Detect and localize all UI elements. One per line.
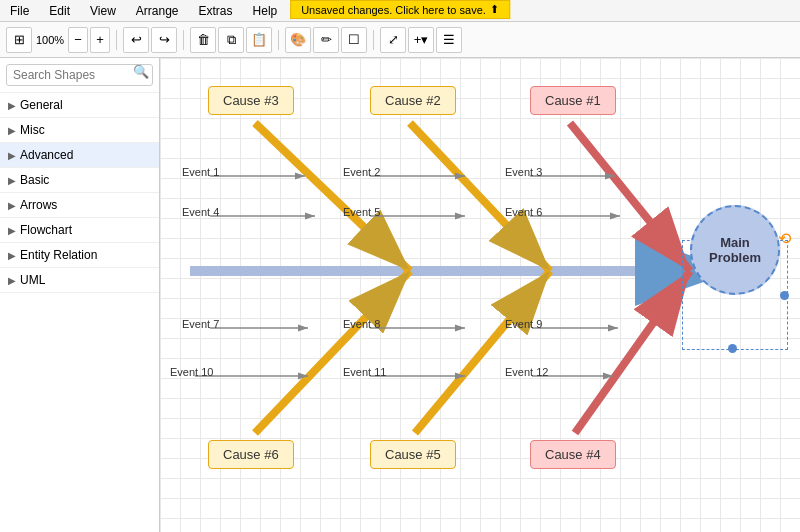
delete-button[interactable]: 🗑	[190, 27, 216, 53]
chevron-right-icon: ▶	[8, 225, 16, 236]
chevron-right-icon: ▶	[8, 125, 16, 136]
zoom-in-button[interactable]: +	[90, 27, 110, 53]
cause-3-label: Cause #3	[223, 93, 279, 108]
shape-list: ▶ General ▶ Misc ▶ Advanced ▶ Basic ▶ Ar…	[0, 93, 159, 532]
table-button[interactable]: ☰	[436, 27, 462, 53]
banner-text: Unsaved changes. Click here to save.	[301, 4, 486, 16]
menu-edit[interactable]: Edit	[45, 4, 74, 18]
toolbar-home-group: ⊞ 100% − +	[6, 27, 110, 53]
menu-extras[interactable]: Extras	[195, 4, 237, 18]
sidebar-item-flowchart-label: Flowchart	[20, 223, 72, 237]
event-label-10: Event 10	[170, 366, 213, 378]
sidebar-item-misc-label: Misc	[20, 123, 45, 137]
event-label-3: Event 3	[505, 166, 542, 178]
svg-line-9	[415, 271, 550, 433]
sidebar-item-entity-relation[interactable]: ▶ Entity Relation	[0, 243, 159, 268]
cause-2-label: Cause #2	[385, 93, 441, 108]
sidebar-item-flowchart[interactable]: ▶ Flowchart	[0, 218, 159, 243]
selection-handle-right	[780, 291, 789, 300]
sidebar-item-general-label: General	[20, 98, 63, 112]
toolbar-history-group: ↩ ↪	[123, 27, 177, 53]
search-box: 🔍	[0, 58, 159, 93]
toolbar-sep-4	[373, 30, 374, 50]
svg-line-6	[410, 123, 550, 271]
zoom-out-button[interactable]: −	[68, 27, 88, 53]
cause-box-1[interactable]: Cause #1	[530, 86, 616, 115]
menu-arrange[interactable]: Arrange	[132, 4, 183, 18]
sidebar-item-uml-label: UML	[20, 273, 45, 287]
paste-button[interactable]: 📋	[246, 27, 272, 53]
shape-button[interactable]: ☐	[341, 27, 367, 53]
sidebar-item-basic-label: Basic	[20, 173, 49, 187]
event-label-4: Event 4	[182, 206, 219, 218]
main-layout: 🔍 ▶ General ▶ Misc ▶ Advanced ▶ Basic ▶ …	[0, 58, 800, 532]
search-icon: 🔍	[133, 64, 149, 79]
selection-handle-bottom	[728, 344, 737, 353]
cause-5-label: Cause #5	[385, 447, 441, 462]
menu-view[interactable]: View	[86, 4, 120, 18]
save-icon: ⬆	[490, 3, 499, 16]
event-label-2: Event 2	[343, 166, 380, 178]
toolbar-sep-1	[116, 30, 117, 50]
cause-box-3[interactable]: Cause #3	[208, 86, 294, 115]
sidebar-item-advanced-label: Advanced	[20, 148, 73, 162]
sidebar-item-arrows-label: Arrows	[20, 198, 57, 212]
main-problem-label: Main Problem	[709, 235, 761, 265]
sidebar-item-uml[interactable]: ▶ UML	[0, 268, 159, 293]
toolbar: ⊞ 100% − + ↩ ↪ 🗑 ⧉ 📋 🎨 ✏ ☐ ⤢ +▾ ☰	[0, 22, 800, 58]
sidebar-item-general[interactable]: ▶ General	[0, 93, 159, 118]
toolbar-sep-2	[183, 30, 184, 50]
event-label-6: Event 6	[505, 206, 542, 218]
main-problem-node[interactable]: Main Problem	[690, 205, 780, 295]
home-button[interactable]: ⊞	[6, 27, 32, 53]
cause-1-label: Cause #1	[545, 93, 601, 108]
event-label-9: Event 9	[505, 318, 542, 330]
undo-button[interactable]: ↩	[123, 27, 149, 53]
cause-6-label: Cause #6	[223, 447, 279, 462]
toolbar-insert-group: ⤢ +▾ ☰	[380, 27, 462, 53]
toolbar-format-group: 🎨 ✏ ☐	[285, 27, 367, 53]
chevron-right-icon: ▶	[8, 150, 16, 161]
menu-help[interactable]: Help	[249, 4, 282, 18]
sidebar-item-advanced[interactable]: ▶ Advanced	[0, 143, 159, 168]
cause-box-2[interactable]: Cause #2	[370, 86, 456, 115]
svg-line-5	[255, 123, 410, 271]
sidebar-item-entity-relation-label: Entity Relation	[20, 248, 97, 262]
unsaved-banner[interactable]: Unsaved changes. Click here to save. ⬆	[290, 0, 510, 19]
canvas-area[interactable]: Cause #3 Cause #2 Cause #1 Cause #6 Caus…	[160, 58, 800, 532]
line-button[interactable]: ✏	[313, 27, 339, 53]
sidebar-item-misc[interactable]: ▶ Misc	[0, 118, 159, 143]
menu-file[interactable]: File	[6, 4, 33, 18]
fill-button[interactable]: 🎨	[285, 27, 311, 53]
event-label-5: Event 5	[343, 206, 380, 218]
event-label-8: Event 8	[343, 318, 380, 330]
arrange-button[interactable]: ⤢	[380, 27, 406, 53]
svg-line-7	[570, 123, 690, 271]
sidebar: 🔍 ▶ General ▶ Misc ▶ Advanced ▶ Basic ▶ …	[0, 58, 160, 532]
cause-box-5[interactable]: Cause #5	[370, 440, 456, 469]
chevron-right-icon: ▶	[8, 100, 16, 111]
toolbar-sep-3	[278, 30, 279, 50]
sidebar-item-basic[interactable]: ▶ Basic	[0, 168, 159, 193]
cause-4-label: Cause #4	[545, 447, 601, 462]
search-input[interactable]	[6, 64, 153, 86]
chevron-right-icon: ▶	[8, 250, 16, 261]
cause-box-4[interactable]: Cause #4	[530, 440, 616, 469]
cause-box-6[interactable]: Cause #6	[208, 440, 294, 469]
event-label-12: Event 12	[505, 366, 548, 378]
chevron-right-icon: ▶	[8, 200, 16, 211]
event-label-11: Event 11	[343, 366, 386, 378]
svg-line-10	[575, 271, 690, 433]
expand-handle[interactable]: ⟲	[778, 229, 791, 248]
toolbar-edit-group: 🗑 ⧉ 📋	[190, 27, 272, 53]
zoom-display: 100%	[34, 34, 66, 46]
chevron-right-icon: ▶	[8, 275, 16, 286]
svg-line-8	[255, 271, 410, 433]
chevron-right-icon: ▶	[8, 175, 16, 186]
event-label-1: Event 1	[182, 166, 219, 178]
redo-button[interactable]: ↪	[151, 27, 177, 53]
insert-button[interactable]: +▾	[408, 27, 434, 53]
copy-button[interactable]: ⧉	[218, 27, 244, 53]
sidebar-item-arrows[interactable]: ▶ Arrows	[0, 193, 159, 218]
menu-bar: File Edit View Arrange Extras Help Unsav…	[0, 0, 800, 22]
